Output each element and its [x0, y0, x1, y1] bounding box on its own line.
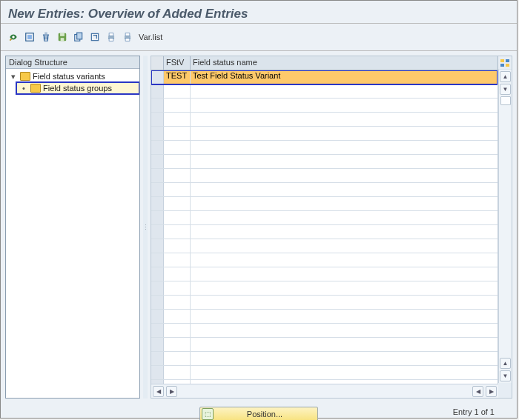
row-selector[interactable]	[151, 267, 164, 281]
table-row[interactable]	[151, 197, 497, 211]
cell-name[interactable]	[191, 169, 497, 182]
row-selector[interactable]	[151, 253, 164, 267]
row-selector[interactable]	[151, 310, 164, 323]
position-button[interactable]: ⬚ Position...	[199, 407, 318, 420]
cell-fstv[interactable]	[164, 211, 191, 224]
row-selector[interactable]	[151, 70, 164, 84]
scroll-down-small-icon[interactable]: ▼	[500, 84, 511, 95]
scroll-right-small-icon[interactable]: ▶	[166, 386, 177, 397]
cell-fstv[interactable]	[164, 155, 191, 168]
cell-fstv[interactable]: TEST	[164, 70, 191, 84]
cell-name[interactable]	[191, 324, 497, 337]
table-row[interactable]	[151, 155, 497, 169]
table-row[interactable]	[151, 253, 497, 267]
scroll-down-icon[interactable]: ▼	[500, 370, 511, 381]
cell-name[interactable]	[191, 366, 497, 379]
table-row[interactable]	[151, 324, 497, 338]
row-selector[interactable]	[151, 211, 164, 224]
cell-name[interactable]	[191, 127, 497, 140]
cell-fstv[interactable]	[164, 127, 191, 140]
vertical-scrollbar[interactable]: ▲ ▼ ▲ ▼	[498, 70, 512, 383]
cell-fstv[interactable]	[164, 225, 191, 239]
row-selector[interactable]	[151, 352, 164, 365]
table-row[interactable]	[151, 84, 497, 99]
cell-name[interactable]	[191, 211, 497, 224]
table-row[interactable]	[151, 338, 497, 352]
row-selector[interactable]	[151, 84, 164, 98]
cell-name[interactable]	[191, 113, 497, 126]
tree-item-field-status-variants[interactable]: ▾ Field status variants	[6, 70, 139, 82]
row-selector[interactable]	[151, 183, 164, 196]
row-selector[interactable]	[151, 155, 164, 168]
table-row[interactable]	[151, 296, 497, 310]
row-selector[interactable]	[151, 324, 164, 337]
copy-as-icon[interactable]	[72, 30, 85, 44]
cell-fstv[interactable]	[164, 253, 191, 267]
cell-fstv[interactable]	[164, 197, 191, 210]
row-selector[interactable]	[151, 296, 164, 309]
cell-fstv[interactable]	[164, 267, 191, 281]
cell-name[interactable]	[191, 155, 497, 168]
cell-name[interactable]	[191, 352, 497, 365]
print-varlist-icon[interactable]	[121, 30, 134, 44]
scroll-left-icon[interactable]: ◀	[153, 386, 164, 397]
row-selector[interactable]	[151, 127, 164, 140]
table-row[interactable]	[151, 366, 497, 380]
row-selector[interactable]	[151, 113, 164, 126]
scroll-left-small-icon[interactable]: ◀	[472, 386, 483, 397]
cell-fstv[interactable]	[164, 296, 191, 309]
table-row[interactable]	[151, 113, 497, 127]
row-selector[interactable]	[151, 141, 164, 154]
table-row[interactable]	[151, 127, 497, 141]
row-selector[interactable]	[151, 338, 164, 351]
splitter-handle[interactable]: ⋮	[143, 56, 148, 399]
row-selector[interactable]	[151, 281, 164, 295]
table-settings-icon[interactable]	[498, 56, 512, 69]
table-row[interactable]	[151, 183, 497, 197]
cell-name[interactable]	[191, 338, 497, 351]
delete-icon[interactable]	[39, 30, 53, 44]
cell-name[interactable]	[191, 141, 497, 154]
table-row[interactable]	[151, 169, 497, 183]
table-row[interactable]	[151, 211, 497, 225]
cell-fstv[interactable]	[164, 338, 191, 351]
cell-fstv[interactable]	[164, 169, 191, 182]
row-selector[interactable]	[151, 380, 164, 384]
cell-name[interactable]	[191, 310, 497, 323]
save-icon[interactable]	[56, 30, 69, 44]
cell-name[interactable]: Test Field Status Variant	[191, 70, 497, 84]
cell-fstv[interactable]	[164, 324, 191, 337]
table-row[interactable]	[151, 225, 497, 239]
table-row[interactable]: TEST Test Field Status Variant	[151, 70, 497, 84]
toggle-display-icon[interactable]	[7, 30, 20, 44]
row-selector[interactable]	[151, 99, 164, 112]
cell-name[interactable]	[191, 183, 497, 196]
row-selector[interactable]	[151, 169, 164, 182]
cell-fstv[interactable]	[164, 239, 191, 253]
scroll-right-icon[interactable]: ▶	[486, 386, 497, 397]
scroll-up-small-icon[interactable]: ▲	[500, 358, 511, 369]
cell-fstv[interactable]	[164, 366, 191, 379]
cell-name[interactable]	[191, 99, 497, 112]
cell-name[interactable]	[191, 281, 497, 295]
cell-fstv[interactable]	[164, 310, 191, 323]
row-selector[interactable]	[151, 197, 164, 210]
cell-fstv[interactable]	[164, 352, 191, 365]
undo-icon[interactable]	[88, 30, 102, 44]
varlist-label[interactable]: Var.list	[139, 33, 162, 41]
cell-name[interactable]	[191, 239, 497, 253]
cell-name[interactable]	[191, 296, 497, 309]
cell-name[interactable]	[191, 267, 497, 281]
cell-name[interactable]	[191, 380, 497, 384]
print-icon[interactable]	[105, 30, 118, 44]
table-row[interactable]	[151, 239, 497, 253]
table-row[interactable]	[151, 310, 497, 324]
row-selector[interactable]	[151, 225, 164, 239]
table-row[interactable]	[151, 352, 497, 366]
cell-fstv[interactable]	[164, 84, 191, 98]
cell-fstv[interactable]	[164, 99, 191, 112]
cell-name[interactable]	[191, 84, 497, 98]
scroll-up-icon[interactable]: ▲	[500, 71, 511, 82]
column-header-fstv[interactable]: FStV	[164, 56, 191, 70]
expand-collapse-icon[interactable]: ▾	[9, 72, 18, 81]
